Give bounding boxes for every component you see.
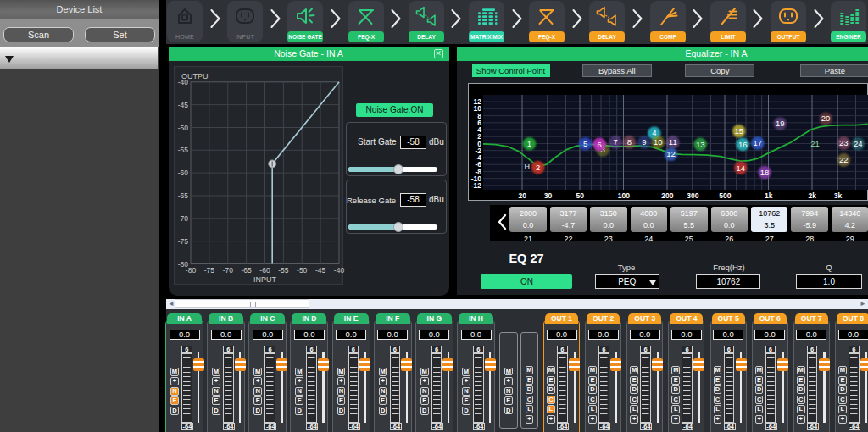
svg-text:7: 7 xyxy=(614,137,618,147)
svg-text:2: 2 xyxy=(536,162,540,171)
svg-text:-50: -50 xyxy=(178,124,189,132)
svg-text:-60: -60 xyxy=(259,266,270,274)
svg-text:24: 24 xyxy=(854,139,863,148)
svg-text:14: 14 xyxy=(737,163,746,172)
svg-text:19: 19 xyxy=(776,119,785,128)
svg-text:10: 10 xyxy=(654,137,663,147)
svg-text:-70: -70 xyxy=(178,214,189,223)
svg-text:-45: -45 xyxy=(315,266,326,274)
svg-text:23: 23 xyxy=(839,138,849,147)
svg-text:-50: -50 xyxy=(297,266,308,274)
svg-text:22: 22 xyxy=(839,155,849,164)
svg-text:-65: -65 xyxy=(178,191,189,200)
svg-text:9: 9 xyxy=(643,137,647,147)
svg-text:OUTPU: OUTPU xyxy=(181,72,209,80)
svg-text:-60: -60 xyxy=(178,169,189,177)
svg-text:-80: -80 xyxy=(186,266,197,274)
svg-text:-65: -65 xyxy=(241,266,252,274)
svg-text:H: H xyxy=(525,162,531,170)
svg-text:8: 8 xyxy=(627,137,632,147)
svg-text:-75: -75 xyxy=(204,266,215,274)
svg-text:5: 5 xyxy=(583,139,587,148)
svg-text:20: 20 xyxy=(821,114,831,123)
svg-text:6: 6 xyxy=(598,139,602,148)
svg-text:INPUT: INPUT xyxy=(253,275,277,284)
svg-text:15: 15 xyxy=(735,126,744,136)
svg-text:21: 21 xyxy=(811,139,821,148)
svg-text:-75: -75 xyxy=(178,237,189,246)
svg-text:-45: -45 xyxy=(178,101,189,109)
svg-text:16: 16 xyxy=(738,139,748,148)
svg-text:-55: -55 xyxy=(278,266,289,274)
svg-text:17: 17 xyxy=(754,138,763,147)
svg-text:11: 11 xyxy=(669,137,677,147)
svg-text:12: 12 xyxy=(667,149,676,158)
svg-text:-55: -55 xyxy=(178,146,189,154)
svg-text:-40: -40 xyxy=(334,266,345,274)
svg-text:18: 18 xyxy=(760,167,770,176)
svg-text:-70: -70 xyxy=(223,266,234,274)
svg-text:13: 13 xyxy=(696,139,705,148)
svg-text:1: 1 xyxy=(527,139,531,148)
